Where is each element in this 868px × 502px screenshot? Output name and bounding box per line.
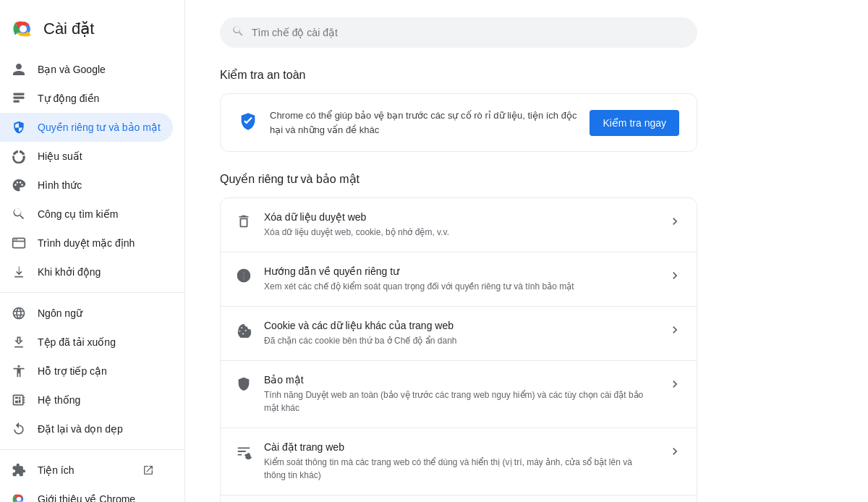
- sidebar: Cài đặt Bạn và Google Tự động điền Quyền…: [0, 0, 185, 502]
- sidebar-item-label: Tệp đã tải xuống: [38, 336, 116, 348]
- accessibility-icon: [12, 364, 26, 378]
- language-icon: [12, 306, 26, 320]
- privacy-item-content: Bảo mật Tính năng Duyệt web an toàn (bảo…: [264, 374, 656, 414]
- chevron-right-icon: [668, 444, 682, 459]
- main-content: Kiểm tra an toàn Chrome có thể giúp bảo …: [185, 0, 868, 502]
- privacy-item-xoa-du-lieu[interactable]: Xóa dữ liệu duyệt web Xóa dữ liệu duyệt …: [221, 198, 697, 252]
- page-title: Cài đặt: [43, 20, 94, 38]
- privacy-item-desc: Tính năng Duyệt web an toàn (bảo vệ trướ…: [264, 388, 656, 414]
- sidebar-item-label: Hiệu suất: [38, 150, 82, 162]
- safety-check-title: Kiểm tra an toàn: [220, 68, 833, 82]
- safety-check-button[interactable]: Kiểm tra ngay: [590, 110, 679, 136]
- privacy-section-title: Quyền riêng tư và bảo mật: [220, 172, 833, 186]
- search-input[interactable]: [252, 27, 686, 38]
- privacy-item-cai-dat-trang-web[interactable]: Cài đặt trang web Kiểm soát thông tin mà…: [221, 428, 697, 495]
- extension-icon: [12, 463, 26, 477]
- sidebar-item-label: Giới thiệu về Chrome: [38, 493, 135, 502]
- sidebar-item-label: Tự động điền: [38, 93, 99, 104]
- privacy-item-hop-cat[interactable]: Hộp cát về quyền riêng tư Các tính năng …: [221, 495, 697, 502]
- svg-point-8: [14, 239, 16, 241]
- cookie-icon: [235, 321, 252, 339]
- svg-rect-3: [14, 93, 25, 95]
- sidebar-item-label: Ngôn ngữ: [38, 307, 82, 319]
- sidebar-divider-2: [0, 449, 184, 450]
- privacy-item-desc: Xóa dữ liệu duyệt web, cookie, bộ nhớ đệ…: [264, 226, 656, 239]
- sidebar-item-ngon-ngu[interactable]: Ngôn ngữ: [0, 299, 173, 328]
- sidebar-item-ban-va-google[interactable]: Bạn và Google: [0, 55, 173, 84]
- system-icon: [12, 393, 26, 407]
- sidebar-item-label: Bạn và Google: [38, 64, 106, 75]
- appearance-icon: [12, 178, 26, 192]
- privacy-item-content: Xóa dữ liệu duyệt web Xóa dữ liệu duyệt …: [264, 211, 656, 239]
- privacy-item-title: Hướng dẫn về quyền riêng tư: [264, 265, 656, 277]
- security-shield-icon: [235, 375, 252, 393]
- sidebar-item-cong-cu-tim-kiem[interactable]: Công cụ tìm kiếm: [0, 200, 173, 229]
- svg-point-9: [16, 239, 17, 241]
- privacy-item-title: Xóa dữ liệu duyệt web: [264, 211, 656, 223]
- sidebar-item-trinh-duyet[interactable]: Trình duyệt mặc định: [0, 229, 173, 258]
- sidebar-divider: [0, 292, 184, 293]
- search-bar-wrapper: [220, 17, 833, 48]
- shield-check-icon: [238, 111, 258, 135]
- sidebar-item-tep-tai-xuong[interactable]: Tệp đã tải xuống: [0, 328, 173, 357]
- sidebar-item-label: Đặt lại và dọn dẹp: [38, 423, 123, 435]
- safety-check-description: Chrome có thể giúp bảo vệ bạn trước các …: [270, 109, 578, 137]
- person-icon: [12, 62, 26, 77]
- privacy-card: Xóa dữ liệu duyệt web Xóa dữ liệu duyệt …: [220, 197, 697, 502]
- sidebar-item-quyen-rieng-tu[interactable]: Quyền riêng tư và bảo mật: [0, 113, 173, 142]
- chevron-right-icon: [668, 214, 682, 229]
- sidebar-item-khi-khoi-dong[interactable]: Khi khởi động: [0, 258, 173, 286]
- guide-icon: [235, 267, 252, 284]
- svg-point-11: [17, 497, 21, 501]
- download-icon: [12, 335, 26, 349]
- sidebar-item-dat-lai[interactable]: Đặt lại và dọn dẹp: [0, 414, 173, 443]
- chevron-right-icon: [668, 377, 682, 391]
- privacy-item-content: Cookie và các dữ liệu khác của trang web…: [264, 320, 656, 347]
- sidebar-item-tu-dong-dien[interactable]: Tự động điền: [0, 84, 173, 113]
- trash-icon: [235, 213, 252, 230]
- privacy-item-content: Hướng dẫn về quyền riêng tư Xem xét các …: [264, 265, 656, 293]
- site-settings-icon: [235, 443, 252, 460]
- privacy-item-bao-mat[interactable]: Bảo mật Tính năng Duyệt web an toàn (bảo…: [221, 361, 697, 428]
- external-link-icon: [141, 463, 156, 477]
- shield-icon: [12, 120, 26, 135]
- sidebar-item-label: Trình duyệt mặc định: [38, 237, 135, 249]
- sidebar-item-label: Tiện ích: [38, 464, 75, 476]
- privacy-item-title: Bảo mật: [264, 374, 656, 386]
- sidebar-header: Cài đặt: [0, 12, 184, 55]
- search-icon-main: [231, 25, 244, 41]
- sidebar-item-hieu-suat[interactable]: Hiệu suất: [0, 142, 173, 171]
- sidebar-item-label: Khi khởi động: [38, 266, 101, 278]
- chevron-right-icon: [668, 268, 682, 283]
- chrome-logo-icon: [12, 17, 35, 41]
- sidebar-item-he-thong[interactable]: Hệ thống: [0, 386, 173, 414]
- performance-icon: [12, 149, 26, 163]
- search-icon: [12, 207, 26, 221]
- autofill-icon: [12, 91, 26, 106]
- privacy-item-title: Cài đặt trang web: [264, 441, 656, 453]
- privacy-item-desc: Đã chặn các cookie bên thứ ba ở Chế độ ẩ…: [264, 334, 656, 347]
- sidebar-item-hinh-thuc[interactable]: Hình thức: [0, 171, 173, 200]
- chevron-right-icon: [668, 323, 682, 337]
- sidebar-item-gioi-thieu[interactable]: Giới thiệu về Chrome: [0, 485, 173, 502]
- search-bar: [220, 17, 697, 48]
- svg-rect-4: [14, 97, 25, 99]
- privacy-item-desc: Kiểm soát thông tin mà các trang web có …: [264, 456, 656, 482]
- sidebar-item-label: Công cụ tìm kiếm: [38, 208, 118, 220]
- chrome-info-icon: [12, 492, 26, 502]
- privacy-item-content: Cài đặt trang web Kiểm soát thông tin mà…: [264, 441, 656, 482]
- sidebar-item-label: Hỗ trợ tiếp cận: [38, 365, 107, 377]
- privacy-item-title: Cookie và các dữ liệu khác của trang web: [264, 320, 656, 331]
- svg-point-2: [20, 25, 27, 33]
- sidebar-item-ho-tro-tiep-can[interactable]: Hỗ trợ tiếp cận: [0, 357, 173, 386]
- sidebar-item-tien-ich[interactable]: Tiện ích: [0, 456, 173, 485]
- privacy-item-huong-dan[interactable]: Hướng dẫn về quyền riêng tư Xem xét các …: [221, 252, 697, 307]
- sidebar-item-label: Hệ thống: [38, 394, 80, 406]
- startup-icon: [12, 265, 26, 279]
- safety-check-card: Chrome có thể giúp bảo vệ bạn trước các …: [220, 93, 697, 152]
- privacy-item-cookie[interactable]: Cookie và các dữ liệu khác của trang web…: [221, 307, 697, 361]
- sidebar-item-label: Hình thức: [38, 179, 82, 191]
- reset-icon: [12, 422, 26, 436]
- privacy-item-desc: Xem xét các chế độ kiểm soát quan trọng …: [264, 280, 656, 293]
- sidebar-item-label: Quyền riêng tư và bảo mật: [38, 122, 161, 133]
